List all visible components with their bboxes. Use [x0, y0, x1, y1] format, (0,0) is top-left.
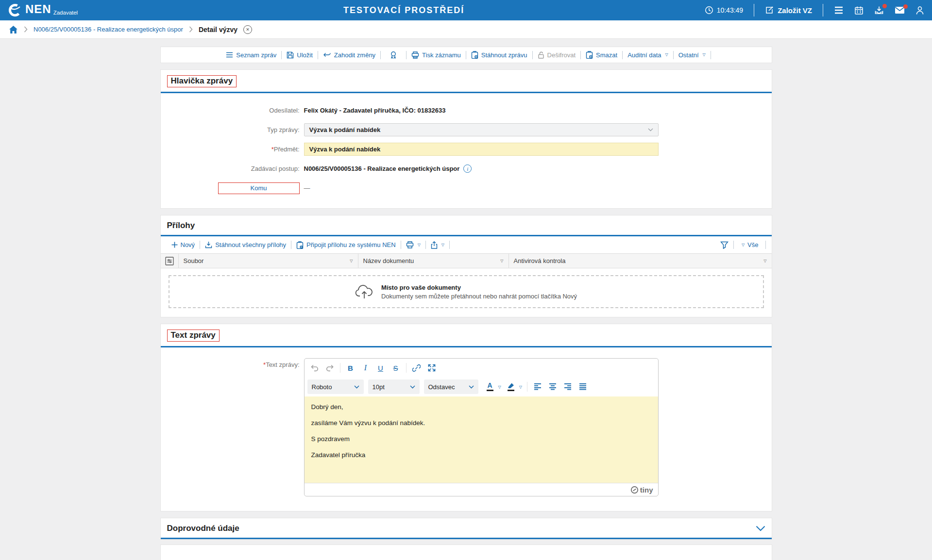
download-message-button[interactable]: Stáhnout zprávu — [466, 51, 532, 59]
delete-label: Smazat — [596, 51, 617, 59]
hamburger-icon — [834, 6, 844, 14]
underline-button[interactable]: U — [373, 361, 388, 375]
other-label: Ostatní — [678, 51, 699, 59]
info-icon[interactable]: i — [463, 165, 472, 173]
messages-button[interactable] — [895, 6, 905, 14]
section-header: Přílohy — [161, 215, 772, 236]
breadcrumb-procurement-link[interactable]: N006/25/V00005136 - Realizace energetick… — [34, 26, 183, 33]
export-attachments-button[interactable]: ▽ — [426, 241, 449, 249]
font-family-select[interactable]: Roboto — [307, 379, 364, 394]
column-label: Soubor — [184, 257, 204, 264]
message-type-label: Typ zprávy: — [161, 126, 304, 133]
print-record-button[interactable]: Tisk záznamu — [407, 51, 466, 59]
column-filter-icon[interactable]: ▽ — [350, 259, 353, 263]
downloads-badge — [882, 4, 887, 8]
downloads-button[interactable] — [874, 6, 884, 15]
filter-all-button[interactable]: ▽ Vše — [739, 241, 761, 248]
other-menu[interactable]: Ostatní ▽ — [674, 51, 711, 59]
share-icon — [431, 241, 438, 249]
download-message-label: Stáhnout zprávu — [481, 51, 527, 59]
user-button[interactable] — [915, 6, 924, 15]
delete-button[interactable]: Smazat — [581, 51, 622, 59]
highlight-color-button[interactable] — [504, 380, 518, 394]
decrypt-label: Dešifrovat — [547, 51, 576, 59]
message-type-select[interactable]: Výzva k podání nabídek — [304, 123, 659, 136]
recipient-row: Komu — — [161, 181, 772, 195]
breadcrumb: N006/25/V00005136 - Realizace energetick… — [0, 20, 932, 39]
fullscreen-icon[interactable] — [424, 361, 439, 375]
block-format-select[interactable]: Odstavec — [424, 379, 478, 394]
column-header-nazev-dokumentu[interactable]: Název dokumentu ▽ — [358, 254, 509, 268]
editor-separator — [406, 363, 407, 373]
highlight-color-caret-icon[interactable]: ▽ — [519, 385, 522, 389]
calendar-button[interactable] — [854, 6, 864, 15]
close-tab-icon[interactable]: ✕ — [243, 25, 252, 34]
audit-data-menu[interactable]: Auditní data ▽ — [623, 51, 673, 59]
filter-icon[interactable] — [720, 241, 729, 249]
editor-content[interactable]: Dobrý den, zasíláme Vám výzvu k podání n… — [305, 396, 658, 483]
section-title-highlighted: Text zprávy — [167, 329, 220, 342]
new-attachment-button[interactable]: Nový — [167, 241, 200, 248]
message-list-button[interactable]: Seznam zpráv — [221, 51, 281, 59]
discard-changes-label: Zahodit změny — [334, 51, 375, 59]
list-icon — [226, 52, 233, 58]
attach-from-nen-button[interactable]: Připojit přílohu ze systému NEN — [291, 241, 401, 249]
select-chevron-icon — [406, 385, 415, 389]
home-icon[interactable] — [9, 25, 18, 34]
session-clock: 10:43:49 — [705, 6, 744, 15]
message-header-section: Hlavička zprávy Odesílatel: Felix Okátý … — [160, 69, 772, 209]
cloud-upload-icon — [355, 284, 373, 299]
redo-icon[interactable] — [322, 361, 337, 375]
align-justify-icon[interactable] — [576, 380, 590, 394]
dropdown-caret-icon: ▽ — [742, 243, 745, 247]
topbar-divider — [823, 4, 823, 16]
collapse-chevron-icon[interactable] — [756, 526, 765, 531]
recipient-link[interactable]: Komu — [218, 182, 300, 194]
download-icon — [205, 241, 212, 248]
column-settings-button[interactable] — [161, 254, 179, 268]
plus-icon — [171, 242, 178, 248]
font-size-select[interactable]: 10pt — [368, 379, 420, 394]
align-center-icon[interactable] — [545, 380, 560, 394]
message-type-value: Výzva k podání nabídek — [309, 126, 381, 133]
italic-button[interactable]: I — [358, 361, 373, 375]
tinymce-brand[interactable]: tiny — [631, 486, 653, 494]
link-icon[interactable] — [409, 361, 424, 375]
bold-button[interactable]: B — [343, 361, 358, 375]
topbar-divider — [754, 4, 754, 16]
save-icon — [287, 51, 294, 59]
text-color-button[interactable]: A — [483, 380, 497, 394]
printer-icon — [411, 51, 419, 59]
download-all-attachments-button[interactable]: Stáhnout všechny přílohy — [200, 241, 291, 248]
print-attachments-button[interactable]: ▽ — [401, 241, 425, 248]
dropdown-caret-icon: ▽ — [703, 53, 706, 57]
sender-row: Odesílatel: Felix Okátý - Zadavatel přír… — [161, 104, 772, 117]
attachments-dropzone[interactable]: Místo pro vaše dokumenty Dokumenty sem m… — [169, 275, 764, 308]
compose-icon — [765, 6, 774, 15]
column-header-soubor[interactable]: Soubor ▽ — [179, 254, 358, 268]
subject-input[interactable]: Výzva k podání nabídek — [304, 143, 659, 156]
align-right-icon[interactable] — [560, 380, 575, 394]
create-vz-button[interactable]: Založit VZ — [765, 6, 812, 15]
discard-changes-button[interactable]: Zahodit změny — [318, 51, 380, 59]
message-paragraph: zasíláme Vám výzvu k podání nabídek. — [311, 419, 651, 427]
column-filter-icon[interactable]: ▽ — [500, 259, 503, 263]
column-filter-icon[interactable]: ▽ — [763, 259, 766, 263]
decrypt-button: Dešifrovat — [533, 51, 581, 59]
strikethrough-button[interactable]: S — [389, 361, 403, 375]
select-chevron-icon — [350, 385, 359, 389]
undo-icon[interactable] — [307, 361, 322, 375]
nen-logo[interactable]: NEN Zadavatel — [8, 3, 78, 17]
save-button[interactable]: Uložit — [282, 51, 318, 59]
certificate-button[interactable] — [381, 51, 406, 59]
environment-title: TESTOVACÍ PROSTŘEDÍ — [343, 0, 464, 20]
editor-toolbar-row2: Roboto 10pt Odstavec A ▽ — [305, 377, 658, 396]
align-left-icon[interactable] — [530, 380, 545, 394]
column-header-antivirova-kontrola[interactable]: Antivirová kontrola ▽ — [509, 254, 772, 268]
block-format-value: Odstavec — [428, 383, 455, 391]
menu-button[interactable] — [834, 6, 844, 14]
editor-separator — [527, 382, 527, 392]
section-header: Text zprávy — [161, 324, 772, 347]
text-color-caret-icon[interactable]: ▽ — [498, 385, 501, 389]
section-title: Přílohy — [167, 221, 195, 231]
